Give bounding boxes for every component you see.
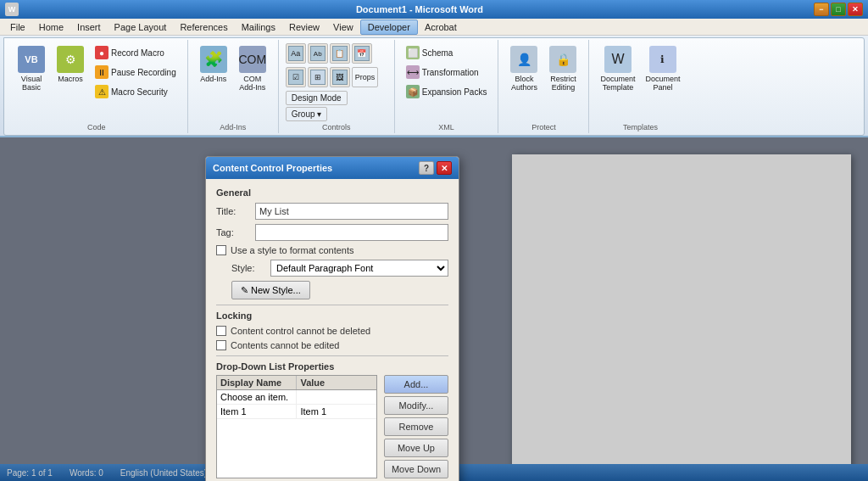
properties-btn[interactable]: Props [352, 67, 379, 87]
macro-security-button[interactable]: ⚠ Macro Security [91, 82, 181, 101]
schema-button[interactable]: ⬜ Schema [402, 43, 492, 62]
add-ins-icon: 🧩 [200, 46, 227, 73]
design-mode-btn[interactable]: Design Mode [286, 91, 348, 105]
contents-cannot-edit-row: Contents cannot be edited [216, 340, 448, 350]
menu-view[interactable]: View [326, 20, 360, 34]
cannot-delete-row: Content control cannot be deleted [216, 326, 448, 336]
dialog-help-button[interactable]: ? [419, 161, 434, 175]
style-select[interactable]: Default Paragraph Font [270, 260, 448, 277]
menu-acrobat[interactable]: Acrobat [418, 20, 464, 34]
control-btn-4[interactable]: 📅 [352, 43, 372, 64]
transformation-label: Transformation [422, 68, 479, 77]
document-panel-button[interactable]: ℹ DocumentPanel [641, 43, 684, 94]
menu-developer[interactable]: Developer [360, 20, 418, 35]
table-row[interactable]: Item 1 Item 1 [217, 405, 376, 419]
contents-cannot-edit-label: Contents cannot be edited [231, 340, 339, 350]
dialog-title-bar: Content Control Properties ? ✕ [206, 157, 459, 179]
com-add-ins-button[interactable]: COM COMAdd-Ins [234, 43, 271, 94]
macros-icon: ⚙ [57, 46, 84, 73]
minimize-button[interactable]: − [814, 3, 829, 16]
contents-cannot-edit-checkbox[interactable] [216, 340, 226, 350]
pause-recording-button[interactable]: ⏸ Pause Recording [91, 63, 181, 81]
new-style-button[interactable]: ✎ New Style... [231, 281, 310, 299]
menu-file[interactable]: File [3, 20, 32, 34]
block-authors-button[interactable]: 👤 BlockAuthors [505, 43, 542, 94]
document-template-button[interactable]: W DocumentTemplate [596, 43, 639, 94]
title-input[interactable] [255, 203, 448, 220]
menu-mailings[interactable]: Mailings [235, 20, 282, 34]
cell-item1-display: Item 1 [217, 405, 297, 418]
main-area: Content Control Properties ? ✕ General T… [0, 137, 868, 481]
cell-item1-value: Item 1 [297, 405, 376, 418]
restrict-editing-icon: 🔒 [549, 46, 576, 73]
control-btn-5[interactable]: ☑ [286, 67, 306, 87]
move-up-button[interactable]: Move Up [384, 439, 448, 457]
dialog-close-button[interactable]: ✕ [437, 161, 452, 175]
restrict-editing-button[interactable]: 🔒 RestrictEditing [544, 43, 581, 94]
menu-page-layout[interactable]: Page Layout [108, 20, 174, 34]
control-btn-2[interactable]: Ab [308, 43, 328, 64]
expansion-packs-button[interactable]: 📦 Expansion Packs [402, 82, 492, 101]
table-row[interactable]: Choose an item. [217, 390, 376, 405]
title-label: Title: [216, 206, 250, 216]
pause-recording-label: Pause Recording [111, 68, 176, 77]
code-group-content: VB VisualBasic ⚙ Macros ● Record Macro ⏸… [13, 42, 181, 121]
document-template-label: DocumentTemplate [600, 75, 635, 92]
modify-button[interactable]: Modify... [384, 396, 448, 415]
document-template-icon: W [604, 46, 632, 73]
control-btn-7[interactable]: 🖼 [330, 67, 350, 87]
macros-button[interactable]: ⚙ Macros [52, 43, 89, 86]
add-ins-label: Add-Ins [200, 75, 226, 83]
controls-group-content: Aa Ab 📋 📅 ☑ [286, 42, 387, 121]
transformation-button[interactable]: ⟷ Transformation [402, 63, 492, 81]
menu-insert[interactable]: Insert [70, 20, 108, 34]
move-down-button[interactable]: Move Down [384, 460, 448, 478]
ribbon-group-protect: 👤 BlockAuthors 🔒 RestrictEditing Protect [498, 40, 589, 133]
macro-col: ● Record Macro ⏸ Pause Recording ⚠ Macro… [91, 43, 181, 101]
title-bar-icons: W [5, 3, 19, 16]
templates-group-label: Templates [623, 123, 658, 133]
use-style-checkbox[interactable] [216, 245, 226, 255]
record-macro-button[interactable]: ● Record Macro [91, 43, 181, 62]
ribbon: VB VisualBasic ⚙ Macros ● Record Macro ⏸… [0, 36, 868, 137]
tag-input[interactable] [255, 224, 448, 241]
window-title: Document1 - Microsoft Word [25, 4, 814, 14]
control-btn-6[interactable]: ⊞ [308, 67, 328, 87]
control-btn-1[interactable]: Aa [286, 43, 306, 64]
macro-security-label: Macro Security [111, 87, 168, 97]
add-button[interactable]: Add... [384, 375, 448, 394]
add-ins-button[interactable]: 🧩 Add-Ins [195, 43, 232, 86]
xml-group-content: ⬜ Schema ⟷ Transformation 📦 Expansion Pa… [402, 42, 492, 121]
dialog-overlay: Content Control Properties ? ✕ General T… [0, 137, 868, 481]
remove-button[interactable]: Remove [384, 417, 448, 436]
schema-icon: ⬜ [406, 46, 420, 59]
table-header: Display Name Value [217, 376, 376, 390]
visual-basic-label: VisualBasic [21, 75, 42, 92]
document-panel-icon: ℹ [649, 46, 676, 73]
menu-home[interactable]: Home [32, 20, 70, 34]
table-body: Choose an item. Item 1 Item 1 [217, 390, 376, 458]
maximize-button[interactable]: □ [831, 3, 846, 16]
xml-col: ⬜ Schema ⟷ Transformation 📦 Expansion Pa… [402, 43, 492, 101]
ribbon-group-code: VB VisualBasic ⚙ Macros ● Record Macro ⏸… [6, 40, 188, 133]
code-group-label: Code [87, 123, 106, 133]
cannot-delete-checkbox[interactable] [216, 326, 226, 336]
menu-review[interactable]: Review [282, 20, 326, 34]
expansion-packs-label: Expansion Packs [422, 87, 487, 97]
add-ins-group-content: 🧩 Add-Ins COM COMAdd-Ins [195, 42, 271, 121]
dialog-body: General Title: Tag: Use a style to forma… [206, 179, 459, 481]
ribbon-group-controls: Aa Ab 📋 📅 ☑ [279, 40, 395, 133]
divider-2 [216, 355, 448, 356]
content-control-properties-dialog: Content Control Properties ? ✕ General T… [205, 156, 459, 481]
title-row: Title: [216, 203, 448, 220]
dropdown-btn-col: Add... Modify... Remove Move Up Move Dow… [384, 375, 448, 478]
group-btn[interactable]: Group ▾ [286, 107, 328, 121]
visual-basic-button[interactable]: VB VisualBasic [13, 43, 50, 94]
close-button[interactable]: ✕ [848, 3, 863, 16]
use-style-label: Use a style to format contents [231, 245, 354, 255]
pause-recording-icon: ⏸ [95, 65, 108, 79]
style-label: Style: [231, 263, 265, 273]
control-btn-3[interactable]: 📋 [330, 43, 350, 64]
menu-references[interactable]: References [173, 20, 234, 34]
add-ins-group-label: Add-Ins [220, 123, 246, 133]
